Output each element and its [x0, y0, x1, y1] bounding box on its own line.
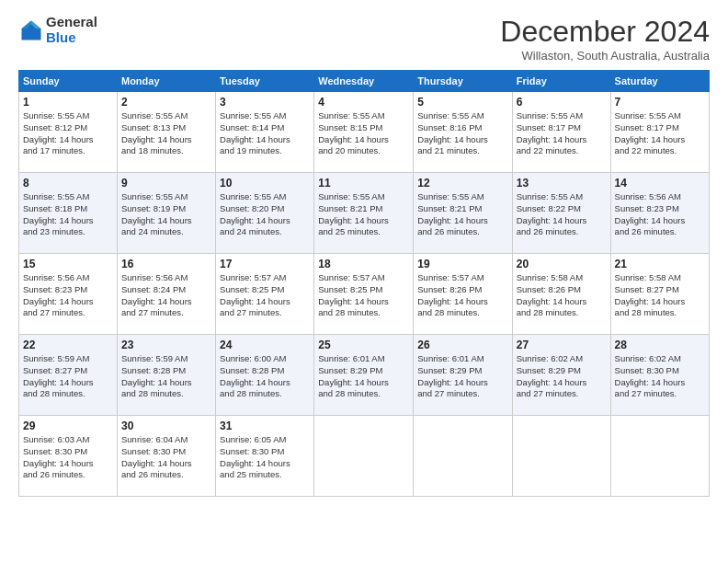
day-info: Sunrise: 5:55 AM Sunset: 8:22 PM Dayligh… [517, 191, 607, 238]
day-info: Sunrise: 5:55 AM Sunset: 8:16 PM Dayligh… [417, 110, 507, 157]
table-row: 25Sunrise: 6:01 AM Sunset: 8:29 PM Dayli… [314, 335, 414, 416]
day-number: 13 [517, 177, 607, 190]
day-info: Sunrise: 5:55 AM Sunset: 8:14 PM Dayligh… [220, 110, 310, 157]
table-row: 23Sunrise: 5:59 AM Sunset: 8:28 PM Dayli… [117, 335, 215, 416]
table-row: 14Sunrise: 5:56 AM Sunset: 8:23 PM Dayli… [610, 173, 709, 254]
day-info: Sunrise: 5:56 AM Sunset: 8:24 PM Dayligh… [121, 272, 211, 319]
day-info: Sunrise: 5:55 AM Sunset: 8:21 PM Dayligh… [318, 191, 409, 238]
day-info: Sunrise: 5:55 AM Sunset: 8:12 PM Dayligh… [23, 110, 113, 157]
table-row: 29Sunrise: 6:03 AM Sunset: 8:30 PM Dayli… [19, 416, 118, 497]
table-row: 31Sunrise: 6:05 AM Sunset: 8:30 PM Dayli… [216, 416, 314, 497]
day-info: Sunrise: 6:03 AM Sunset: 8:30 PM Dayligh… [23, 434, 113, 481]
table-row: 8Sunrise: 5:55 AM Sunset: 8:18 PM Daylig… [19, 173, 118, 254]
day-number: 21 [615, 258, 705, 270]
day-info: Sunrise: 6:02 AM Sunset: 8:30 PM Dayligh… [615, 353, 705, 400]
day-info: Sunrise: 5:55 AM Sunset: 8:18 PM Dayligh… [23, 191, 113, 238]
month-title: December 2024 [500, 15, 710, 49]
day-number: 14 [615, 177, 705, 190]
day-number: 15 [23, 258, 113, 270]
day-info: Sunrise: 5:57 AM Sunset: 8:26 PM Dayligh… [417, 272, 507, 319]
day-number: 1 [23, 96, 113, 109]
day-info: Sunrise: 5:55 AM Sunset: 8:17 PM Dayligh… [517, 110, 607, 157]
day-number: 28 [615, 339, 705, 351]
location-subtitle: Willaston, South Australia, Australia [500, 49, 710, 63]
table-row: 5Sunrise: 5:55 AM Sunset: 8:16 PM Daylig… [414, 92, 512, 173]
day-info: Sunrise: 6:04 AM Sunset: 8:30 PM Dayligh… [121, 434, 211, 481]
day-number: 5 [417, 96, 507, 109]
table-row: 17Sunrise: 5:57 AM Sunset: 8:25 PM Dayli… [216, 254, 314, 335]
day-info: Sunrise: 5:59 AM Sunset: 8:27 PM Dayligh… [23, 353, 113, 400]
table-row [314, 416, 414, 497]
logo-blue-text: Blue [46, 30, 97, 46]
day-number: 29 [23, 419, 113, 432]
calendar-week-row: 1Sunrise: 5:55 AM Sunset: 8:12 PM Daylig… [19, 92, 710, 173]
day-info: Sunrise: 5:58 AM Sunset: 8:26 PM Dayligh… [517, 272, 607, 319]
logo-general-text: General [46, 15, 97, 30]
table-row: 30Sunrise: 6:04 AM Sunset: 8:30 PM Dayli… [117, 416, 215, 497]
day-info: Sunrise: 5:55 AM Sunset: 8:20 PM Dayligh… [220, 191, 310, 238]
day-info: Sunrise: 5:55 AM Sunset: 8:17 PM Dayligh… [615, 110, 705, 157]
day-number: 24 [220, 339, 310, 351]
table-row: 4Sunrise: 5:55 AM Sunset: 8:15 PM Daylig… [314, 92, 414, 173]
day-number: 2 [121, 96, 211, 109]
day-info: Sunrise: 5:55 AM Sunset: 8:19 PM Dayligh… [121, 191, 211, 238]
table-row: 12Sunrise: 5:55 AM Sunset: 8:21 PM Dayli… [414, 173, 512, 254]
day-info: Sunrise: 5:56 AM Sunset: 8:23 PM Dayligh… [23, 272, 113, 319]
table-row: 6Sunrise: 5:55 AM Sunset: 8:17 PM Daylig… [512, 92, 610, 173]
day-number: 12 [417, 177, 507, 190]
day-info: Sunrise: 5:55 AM Sunset: 8:15 PM Dayligh… [318, 110, 409, 157]
table-row [610, 416, 709, 497]
day-number: 9 [121, 177, 211, 190]
logo-icon [18, 17, 44, 43]
day-info: Sunrise: 5:57 AM Sunset: 8:25 PM Dayligh… [318, 272, 409, 319]
day-number: 19 [417, 258, 507, 270]
header: General Blue December 2024 Willaston, So… [18, 15, 710, 63]
col-thursday: Thursday [414, 71, 512, 92]
day-info: Sunrise: 6:01 AM Sunset: 8:29 PM Dayligh… [318, 353, 409, 400]
day-info: Sunrise: 5:57 AM Sunset: 8:25 PM Dayligh… [220, 272, 310, 319]
day-info: Sunrise: 6:05 AM Sunset: 8:30 PM Dayligh… [220, 434, 310, 481]
col-wednesday: Wednesday [314, 71, 414, 92]
calendar-table: Sunday Monday Tuesday Wednesday Thursday… [18, 70, 710, 497]
day-number: 22 [23, 339, 113, 351]
logo-text: General Blue [46, 15, 97, 45]
day-number: 3 [220, 96, 310, 109]
calendar-header-row: Sunday Monday Tuesday Wednesday Thursday… [19, 71, 710, 92]
col-tuesday: Tuesday [216, 71, 314, 92]
day-number: 23 [121, 339, 211, 351]
table-row: 1Sunrise: 5:55 AM Sunset: 8:12 PM Daylig… [19, 92, 118, 173]
table-row: 21Sunrise: 5:58 AM Sunset: 8:27 PM Dayli… [610, 254, 709, 335]
day-info: Sunrise: 5:55 AM Sunset: 8:13 PM Dayligh… [121, 110, 211, 157]
title-block: December 2024 Willaston, South Australia… [500, 15, 710, 63]
table-row: 13Sunrise: 5:55 AM Sunset: 8:22 PM Dayli… [512, 173, 610, 254]
day-number: 4 [318, 96, 409, 109]
table-row: 26Sunrise: 6:01 AM Sunset: 8:29 PM Dayli… [414, 335, 512, 416]
table-row: 28Sunrise: 6:02 AM Sunset: 8:30 PM Dayli… [610, 335, 709, 416]
calendar-week-row: 29Sunrise: 6:03 AM Sunset: 8:30 PM Dayli… [19, 416, 710, 497]
day-number: 26 [417, 339, 507, 351]
table-row: 9Sunrise: 5:55 AM Sunset: 8:19 PM Daylig… [117, 173, 215, 254]
day-number: 6 [517, 96, 607, 109]
table-row: 11Sunrise: 5:55 AM Sunset: 8:21 PM Dayli… [314, 173, 414, 254]
page: General Blue December 2024 Willaston, So… [0, 0, 728, 563]
day-number: 11 [318, 177, 409, 190]
day-number: 17 [220, 258, 310, 270]
day-info: Sunrise: 6:00 AM Sunset: 8:28 PM Dayligh… [220, 353, 310, 400]
day-number: 18 [318, 258, 409, 270]
table-row: 27Sunrise: 6:02 AM Sunset: 8:29 PM Dayli… [512, 335, 610, 416]
calendar-week-row: 8Sunrise: 5:55 AM Sunset: 8:18 PM Daylig… [19, 173, 710, 254]
day-info: Sunrise: 5:56 AM Sunset: 8:23 PM Dayligh… [615, 191, 705, 238]
day-info: Sunrise: 6:01 AM Sunset: 8:29 PM Dayligh… [417, 353, 507, 400]
col-friday: Friday [512, 71, 610, 92]
day-info: Sunrise: 5:59 AM Sunset: 8:28 PM Dayligh… [121, 353, 211, 400]
calendar-week-row: 15Sunrise: 5:56 AM Sunset: 8:23 PM Dayli… [19, 254, 710, 335]
day-info: Sunrise: 5:55 AM Sunset: 8:21 PM Dayligh… [417, 191, 507, 238]
day-number: 8 [23, 177, 113, 190]
day-number: 16 [121, 258, 211, 270]
table-row: 22Sunrise: 5:59 AM Sunset: 8:27 PM Dayli… [19, 335, 118, 416]
table-row: 10Sunrise: 5:55 AM Sunset: 8:20 PM Dayli… [216, 173, 314, 254]
day-number: 10 [220, 177, 310, 190]
table-row: 3Sunrise: 5:55 AM Sunset: 8:14 PM Daylig… [216, 92, 314, 173]
col-saturday: Saturday [610, 71, 709, 92]
table-row: 16Sunrise: 5:56 AM Sunset: 8:24 PM Dayli… [117, 254, 215, 335]
